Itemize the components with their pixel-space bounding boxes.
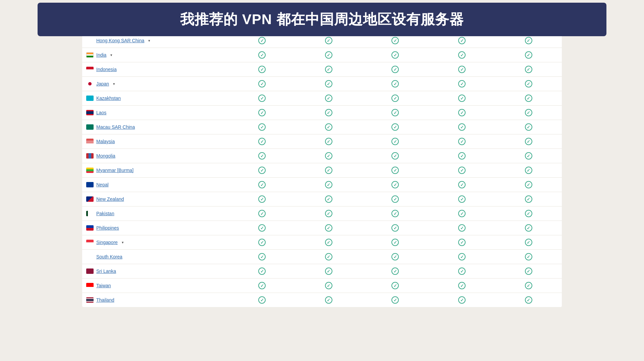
- check-icon-india-3: ✓: [458, 51, 466, 59]
- check-icon-kazakhstan-0: ✓: [258, 95, 266, 102]
- check-icon-indonesia-2: ✓: [391, 66, 399, 73]
- country-name-japan[interactable]: Japan: [96, 81, 109, 86]
- table-row: Malaysia✓✓✓✓✓: [82, 134, 562, 149]
- dropdown-icon-singapore[interactable]: ▾: [122, 240, 124, 245]
- check-cell-japan-3: ✓: [429, 77, 495, 91]
- dropdown-icon-hong-kong[interactable]: ▾: [148, 39, 150, 43]
- country-name-malaysia[interactable]: Malaysia: [96, 139, 115, 144]
- check-cell-sri-lanka-4: ✓: [495, 264, 562, 279]
- country-name-myanmar[interactable]: Myanmar [Burma]: [96, 168, 133, 173]
- check-cell-laos-1: ✓: [296, 106, 362, 120]
- country-name-indonesia[interactable]: Indonesia: [96, 67, 117, 72]
- country-name-taiwan[interactable]: Taiwan: [96, 283, 111, 288]
- check-cell-new-zealand-2: ✓: [362, 192, 429, 206]
- check-cell-japan-4: ✓: [495, 77, 562, 91]
- check-icon-philippines-0: ✓: [258, 224, 266, 232]
- check-cell-laos-3: ✓: [429, 106, 495, 120]
- check-icon-mongolia-2: ✓: [391, 152, 399, 160]
- check-cell-south-korea-3: ✓: [429, 250, 495, 264]
- check-cell-nepal-2: ✓: [362, 178, 429, 192]
- check-icon-laos-2: ✓: [391, 109, 399, 116]
- check-icon-sri-lanka-3: ✓: [458, 267, 466, 275]
- flag-singapore: [86, 240, 94, 245]
- country-name-pakistan[interactable]: Pakistan: [96, 211, 114, 216]
- check-icon-japan-1: ✓: [325, 80, 332, 87]
- check-icon-nepal-1: ✓: [325, 181, 332, 188]
- check-icon-philippines-3: ✓: [458, 224, 466, 232]
- check-icon-japan-3: ✓: [458, 80, 466, 87]
- check-cell-singapore-3: ✓: [429, 235, 495, 250]
- table-row: Indonesia✓✓✓✓✓: [82, 62, 562, 77]
- check-cell-mongolia-1: ✓: [296, 149, 362, 163]
- dropdown-icon-india[interactable]: ▾: [110, 53, 112, 57]
- table-row: Singapore▾✓✓✓✓✓: [82, 235, 562, 250]
- country-name-hong-kong[interactable]: Hong Kong SAR China: [96, 38, 144, 43]
- check-icon-macau-3: ✓: [458, 123, 466, 131]
- check-icon-hong-kong-4: ✓: [525, 37, 532, 44]
- check-icon-indonesia-4: ✓: [525, 66, 532, 73]
- country-name-kazakhstan[interactable]: Kazakhstan: [96, 96, 121, 101]
- table-row: Pakistan✓✓✓✓✓: [82, 206, 562, 221]
- country-name-philippines[interactable]: Philippines: [96, 225, 119, 231]
- check-icon-singapore-0: ✓: [258, 239, 266, 246]
- check-icon-singapore-2: ✓: [391, 239, 399, 246]
- country-cell: Taiwan: [82, 279, 229, 293]
- flag-indonesia: [86, 67, 94, 72]
- table-row: Macau SAR China✓✓✓✓✓: [82, 120, 562, 134]
- check-icon-myanmar-1: ✓: [325, 167, 332, 174]
- check-cell-malaysia-4: ✓: [495, 134, 562, 149]
- check-icon-macau-0: ✓: [258, 123, 266, 131]
- header-banner: 我推荐的 VPN 都在中国周边地区设有服务器: [38, 3, 606, 36]
- country-name-macau[interactable]: Macau SAR China: [96, 124, 135, 130]
- country-name-sri-lanka[interactable]: Sri Lanka: [96, 268, 116, 274]
- check-cell-sri-lanka-2: ✓: [362, 264, 429, 279]
- country-name-thailand[interactable]: Thailand: [96, 297, 114, 303]
- check-cell-taiwan-3: ✓: [429, 279, 495, 293]
- check-icon-india-4: ✓: [525, 51, 532, 59]
- check-icon-kazakhstan-3: ✓: [458, 95, 466, 102]
- check-cell-philippines-1: ✓: [296, 221, 362, 235]
- flag-thailand: [86, 297, 94, 303]
- check-cell-taiwan-4: ✓: [495, 279, 562, 293]
- flag-japan: [86, 81, 94, 86]
- country-name-nepal[interactable]: Nepal: [96, 182, 109, 187]
- country-name-south-korea[interactable]: South Korea: [96, 254, 122, 259]
- table-row: Sri Lanka✓✓✓✓✓: [82, 264, 562, 279]
- check-icon-mongolia-0: ✓: [258, 152, 266, 160]
- check-icon-hong-kong-0: ✓: [258, 37, 266, 44]
- check-icon-new-zealand-3: ✓: [458, 195, 466, 203]
- check-icon-thailand-0: ✓: [258, 296, 266, 304]
- check-icon-myanmar-3: ✓: [458, 167, 466, 174]
- check-icon-philippines-2: ✓: [391, 224, 399, 232]
- check-cell-new-zealand-0: ✓: [229, 192, 296, 206]
- page-title: 我推荐的 VPN 都在中国周边地区设有服务器: [51, 10, 593, 29]
- country-name-laos[interactable]: Laos: [96, 110, 106, 115]
- check-cell-myanmar-3: ✓: [429, 163, 495, 178]
- check-cell-india-2: ✓: [362, 48, 429, 62]
- check-cell-japan-1: ✓: [296, 77, 362, 91]
- check-cell-indonesia-2: ✓: [362, 62, 429, 77]
- check-icon-mongolia-1: ✓: [325, 152, 332, 160]
- check-cell-pakistan-3: ✓: [429, 206, 495, 221]
- check-icon-macau-1: ✓: [325, 123, 332, 131]
- country-name-india[interactable]: India: [96, 52, 106, 58]
- country-name-new-zealand[interactable]: New Zealand: [96, 196, 124, 202]
- check-icon-pakistan-0: ✓: [258, 210, 266, 217]
- check-cell-new-zealand-4: ✓: [495, 192, 562, 206]
- check-cell-macau-4: ✓: [495, 120, 562, 134]
- table-row: New Zealand✓✓✓✓✓: [82, 192, 562, 206]
- check-icon-india-1: ✓: [325, 51, 332, 59]
- country-name-mongolia[interactable]: Mongolia: [96, 153, 115, 159]
- check-cell-myanmar-4: ✓: [495, 163, 562, 178]
- check-cell-malaysia-0: ✓: [229, 134, 296, 149]
- check-cell-myanmar-2: ✓: [362, 163, 429, 178]
- country-cell: Kazakhstan: [82, 91, 229, 106]
- check-icon-singapore-1: ✓: [325, 239, 332, 246]
- country-cell: Malaysia: [82, 134, 229, 149]
- check-icon-malaysia-1: ✓: [325, 138, 332, 145]
- table-container: Hong Kong SAR China▾✓✓✓✓✓India▾✓✓✓✓✓Indo…: [82, 34, 562, 307]
- check-icon-new-zealand-4: ✓: [525, 195, 532, 203]
- check-cell-macau-0: ✓: [229, 120, 296, 134]
- country-name-singapore[interactable]: Singapore: [96, 240, 118, 245]
- dropdown-icon-japan[interactable]: ▾: [113, 82, 115, 86]
